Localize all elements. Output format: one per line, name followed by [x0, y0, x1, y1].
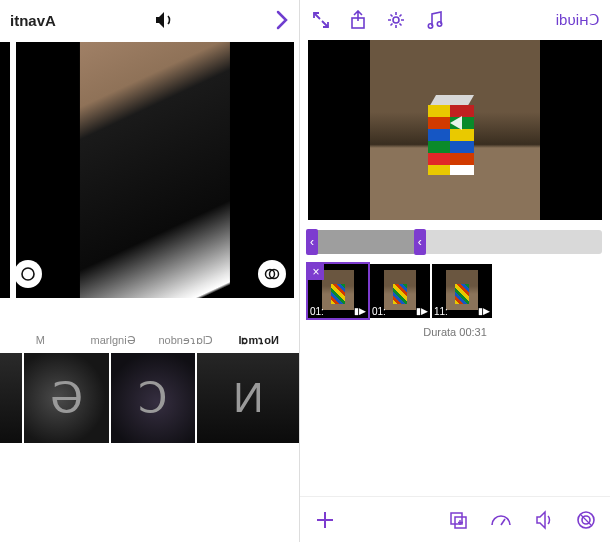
filter-label[interactable]: nobnɘɿɒlϽ — [150, 334, 223, 347]
svg-point-0 — [22, 268, 34, 280]
clip-preview-current[interactable] — [16, 42, 294, 298]
share-icon[interactable] — [350, 10, 366, 30]
bottom-toolbar — [300, 496, 610, 542]
audio-icon[interactable] — [534, 510, 554, 530]
thumb-duration: 01: — [372, 306, 386, 317]
svg-point-6 — [437, 22, 441, 26]
clip-frame — [80, 42, 230, 298]
speaker-icon[interactable] — [154, 11, 176, 29]
total-duration: Durata 00:31 — [300, 326, 610, 338]
record-icon[interactable] — [576, 510, 596, 530]
thumb-duration: 01: — [310, 306, 324, 317]
filter-label[interactable]: marlgniƏ — [77, 334, 150, 347]
panel-editor: ibυiʜϽ ‹ ‹ × 01: ▮▶ 01: ▮▶ 11: — [300, 0, 610, 542]
trim-handle-end[interactable]: ‹ — [414, 229, 426, 255]
filter-tile[interactable]: Ә — [24, 353, 109, 443]
clip-preview-row — [0, 40, 299, 300]
filter-tile[interactable] — [0, 353, 22, 443]
boomerang-right-button[interactable] — [258, 260, 286, 288]
clip-thumbs-row: × 01: ▮▶ 01: ▮▶ 11: ▮▶ — [308, 264, 602, 318]
thumb-duration: 11: — [434, 306, 448, 317]
filter-tiles-row: Ә Ͻ И — [0, 353, 299, 443]
trim-bar[interactable]: ‹ ‹ — [308, 230, 602, 254]
play-mini-icon: ▮▶ — [354, 306, 366, 316]
gear-icon[interactable] — [386, 10, 406, 30]
svg-point-4 — [393, 17, 399, 23]
add-clip-button[interactable] — [314, 509, 336, 531]
svg-point-5 — [428, 24, 432, 28]
clip-thumb[interactable]: × 01: ▮▶ — [308, 264, 368, 318]
filter-labels-row: M marlgniƏ nobnɘɿɒlϽ lɒmɿoИ — [0, 334, 299, 353]
music-icon[interactable] — [426, 10, 444, 30]
chevron-right-icon[interactable] — [275, 10, 289, 30]
expand-icon[interactable] — [312, 11, 330, 29]
filter-tile[interactable]: И — [197, 353, 299, 443]
filter-tile[interactable]: Ͻ — [111, 353, 196, 443]
trim-range — [308, 230, 414, 254]
duplicate-icon[interactable] — [448, 510, 468, 530]
video-preview[interactable] — [308, 40, 602, 220]
filter-label[interactable]: M — [4, 334, 77, 347]
back-link[interactable]: itnavA — [10, 12, 56, 29]
filters-strip: M marlgniƏ nobnɘɿɒlϽ lɒmɿoИ Ә Ͻ И — [0, 334, 299, 443]
topbar-left: itnavA — [0, 0, 299, 40]
panel-filters: itnavA M marlgniƏ nobnɘɿɒlϽ lɒmɿoИ — [0, 0, 300, 542]
close-link[interactable]: ibυiʜϽ — [556, 11, 600, 29]
clip-thumb[interactable]: 11: ▮▶ — [432, 264, 492, 318]
clip-preview-prev[interactable] — [0, 42, 10, 298]
topbar-right: ibυiʜϽ — [300, 0, 610, 40]
trim-handle-start[interactable]: ‹ — [306, 229, 318, 255]
play-icon[interactable] — [438, 106, 472, 140]
filter-label-active[interactable]: lɒmɿoИ — [222, 334, 295, 347]
boomerang-left-button[interactable] — [14, 260, 42, 288]
speed-icon[interactable] — [490, 511, 512, 529]
clip-thumb[interactable]: 01: ▮▶ — [370, 264, 430, 318]
play-mini-icon: ▮▶ — [478, 306, 490, 316]
remove-clip-button[interactable]: × — [308, 264, 324, 280]
play-mini-icon: ▮▶ — [416, 306, 428, 316]
